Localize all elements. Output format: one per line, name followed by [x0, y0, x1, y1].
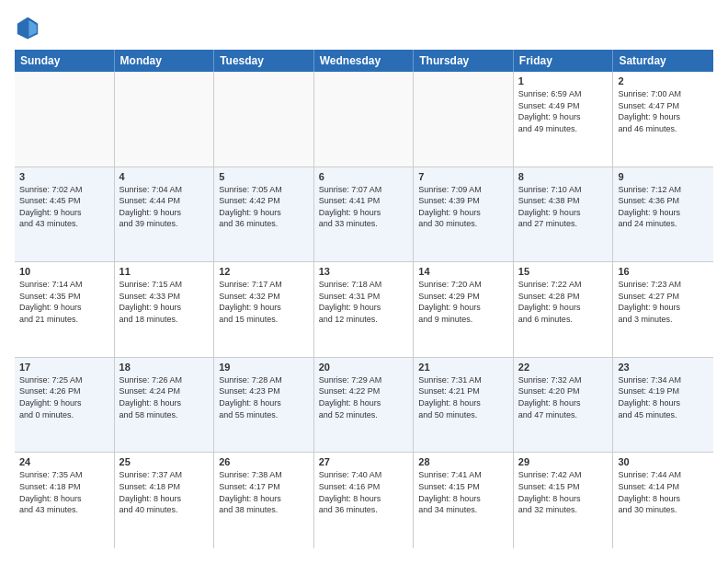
day-cell-22: 22Sunrise: 7:32 AM Sunset: 4:20 PM Dayli… [514, 358, 614, 453]
day-cell-23: 23Sunrise: 7:34 AM Sunset: 4:19 PM Dayli… [613, 358, 713, 453]
week-row-2: 3Sunrise: 7:02 AM Sunset: 4:45 PM Daylig… [15, 167, 713, 263]
day-number: 28 [418, 456, 508, 467]
day-cell-25: 25Sunrise: 7:37 AM Sunset: 4:18 PM Dayli… [115, 453, 215, 548]
day-info: Sunrise: 7:09 AM Sunset: 4:39 PM Dayligh… [418, 184, 508, 230]
day-cell-16: 16Sunrise: 7:23 AM Sunset: 4:27 PM Dayli… [613, 262, 713, 357]
empty-cell [414, 72, 514, 167]
day-number: 15 [518, 266, 609, 277]
day-info: Sunrise: 7:26 AM Sunset: 4:24 PM Dayligh… [119, 374, 210, 420]
logo-icon [15, 15, 40, 40]
page: SundayMondayTuesdayWednesdayThursdayFrid… [0, 0, 728, 563]
day-number: 9 [618, 171, 709, 182]
day-number: 8 [518, 171, 609, 182]
day-info: Sunrise: 7:22 AM Sunset: 4:28 PM Dayligh… [518, 279, 609, 325]
day-cell-10: 10Sunrise: 7:14 AM Sunset: 4:35 PM Dayli… [15, 262, 115, 357]
day-cell-21: 21Sunrise: 7:31 AM Sunset: 4:21 PM Dayli… [414, 358, 514, 453]
day-info: Sunrise: 7:29 AM Sunset: 4:22 PM Dayligh… [319, 374, 409, 420]
day-info: Sunrise: 7:23 AM Sunset: 4:27 PM Dayligh… [618, 279, 709, 325]
day-cell-13: 13Sunrise: 7:18 AM Sunset: 4:31 PM Dayli… [314, 262, 415, 357]
day-number: 1 [518, 75, 609, 86]
day-cell-3: 3Sunrise: 7:02 AM Sunset: 4:45 PM Daylig… [15, 167, 115, 262]
day-number: 20 [319, 362, 409, 373]
day-number: 12 [219, 266, 309, 277]
day-info: Sunrise: 7:05 AM Sunset: 4:42 PM Dayligh… [219, 184, 309, 230]
day-cell-28: 28Sunrise: 7:41 AM Sunset: 4:15 PM Dayli… [414, 453, 514, 548]
day-cell-29: 29Sunrise: 7:42 AM Sunset: 4:15 PM Dayli… [514, 453, 614, 548]
day-number: 17 [19, 362, 109, 373]
day-info: Sunrise: 7:14 AM Sunset: 4:35 PM Dayligh… [19, 279, 109, 325]
header-day-saturday: Saturday [613, 50, 713, 72]
day-cell-8: 8Sunrise: 7:10 AM Sunset: 4:38 PM Daylig… [514, 167, 614, 262]
day-info: Sunrise: 6:59 AM Sunset: 4:49 PM Dayligh… [518, 88, 609, 134]
day-cell-6: 6Sunrise: 7:07 AM Sunset: 4:41 PM Daylig… [314, 167, 415, 262]
day-number: 26 [219, 456, 309, 467]
day-cell-18: 18Sunrise: 7:26 AM Sunset: 4:24 PM Dayli… [115, 358, 215, 453]
day-info: Sunrise: 7:37 AM Sunset: 4:18 PM Dayligh… [119, 469, 210, 515]
day-number: 3 [19, 171, 109, 182]
day-number: 14 [418, 266, 508, 277]
day-info: Sunrise: 7:40 AM Sunset: 4:16 PM Dayligh… [319, 469, 409, 515]
day-cell-26: 26Sunrise: 7:38 AM Sunset: 4:17 PM Dayli… [214, 453, 314, 548]
day-number: 11 [119, 266, 210, 277]
day-info: Sunrise: 7:17 AM Sunset: 4:32 PM Dayligh… [219, 279, 309, 325]
day-info: Sunrise: 7:15 AM Sunset: 4:33 PM Dayligh… [119, 279, 210, 325]
day-info: Sunrise: 7:02 AM Sunset: 4:45 PM Dayligh… [19, 184, 109, 230]
day-info: Sunrise: 7:25 AM Sunset: 4:26 PM Dayligh… [19, 374, 109, 420]
day-info: Sunrise: 7:20 AM Sunset: 4:29 PM Dayligh… [418, 279, 508, 325]
logo [15, 15, 44, 40]
day-cell-15: 15Sunrise: 7:22 AM Sunset: 4:28 PM Dayli… [514, 262, 614, 357]
day-number: 23 [618, 362, 709, 373]
day-number: 22 [518, 362, 609, 373]
day-info: Sunrise: 7:32 AM Sunset: 4:20 PM Dayligh… [518, 374, 609, 420]
day-number: 13 [319, 266, 409, 277]
day-cell-9: 9Sunrise: 7:12 AM Sunset: 4:36 PM Daylig… [613, 167, 713, 262]
calendar: SundayMondayTuesdayWednesdayThursdayFrid… [15, 50, 713, 548]
day-info: Sunrise: 7:35 AM Sunset: 4:18 PM Dayligh… [19, 469, 109, 515]
header-day-tuesday: Tuesday [214, 50, 314, 72]
day-number: 29 [518, 456, 609, 467]
day-cell-20: 20Sunrise: 7:29 AM Sunset: 4:22 PM Dayli… [314, 358, 415, 453]
day-number: 18 [119, 362, 210, 373]
empty-cell [15, 72, 115, 167]
day-cell-14: 14Sunrise: 7:20 AM Sunset: 4:29 PM Dayli… [414, 262, 514, 357]
day-info: Sunrise: 7:04 AM Sunset: 4:44 PM Dayligh… [119, 184, 210, 230]
header-day-monday: Monday [115, 50, 215, 72]
day-number: 19 [219, 362, 309, 373]
day-info: Sunrise: 7:07 AM Sunset: 4:41 PM Dayligh… [319, 184, 409, 230]
day-number: 30 [618, 456, 709, 467]
day-cell-17: 17Sunrise: 7:25 AM Sunset: 4:26 PM Dayli… [15, 358, 115, 453]
day-info: Sunrise: 7:44 AM Sunset: 4:14 PM Dayligh… [618, 469, 709, 515]
day-number: 7 [418, 171, 508, 182]
day-info: Sunrise: 7:31 AM Sunset: 4:21 PM Dayligh… [418, 374, 508, 420]
day-number: 4 [119, 171, 210, 182]
day-number: 5 [219, 171, 309, 182]
empty-cell [214, 72, 314, 167]
day-number: 25 [119, 456, 210, 467]
day-number: 16 [618, 266, 709, 277]
empty-cell [115, 72, 215, 167]
day-cell-7: 7Sunrise: 7:09 AM Sunset: 4:39 PM Daylig… [414, 167, 514, 262]
header-day-thursday: Thursday [414, 50, 514, 72]
week-row-5: 24Sunrise: 7:35 AM Sunset: 4:18 PM Dayli… [15, 453, 713, 548]
empty-cell [314, 72, 415, 167]
day-cell-19: 19Sunrise: 7:28 AM Sunset: 4:23 PM Dayli… [214, 358, 314, 453]
day-number: 6 [319, 171, 409, 182]
calendar-body: 1Sunrise: 6:59 AM Sunset: 4:49 PM Daylig… [15, 72, 713, 548]
day-number: 21 [418, 362, 508, 373]
day-info: Sunrise: 7:12 AM Sunset: 4:36 PM Dayligh… [618, 184, 709, 230]
day-info: Sunrise: 7:28 AM Sunset: 4:23 PM Dayligh… [219, 374, 309, 420]
day-cell-12: 12Sunrise: 7:17 AM Sunset: 4:32 PM Dayli… [214, 262, 314, 357]
day-cell-24: 24Sunrise: 7:35 AM Sunset: 4:18 PM Dayli… [15, 453, 115, 548]
day-info: Sunrise: 7:18 AM Sunset: 4:31 PM Dayligh… [319, 279, 409, 325]
day-number: 10 [19, 266, 109, 277]
day-info: Sunrise: 7:34 AM Sunset: 4:19 PM Dayligh… [618, 374, 709, 420]
week-row-4: 17Sunrise: 7:25 AM Sunset: 4:26 PM Dayli… [15, 358, 713, 454]
day-number: 24 [19, 456, 109, 467]
header-day-friday: Friday [514, 50, 614, 72]
day-number: 27 [319, 456, 409, 467]
day-info: Sunrise: 7:42 AM Sunset: 4:15 PM Dayligh… [518, 469, 609, 515]
calendar-header: SundayMondayTuesdayWednesdayThursdayFrid… [15, 50, 713, 72]
day-cell-11: 11Sunrise: 7:15 AM Sunset: 4:33 PM Dayli… [115, 262, 215, 357]
day-info: Sunrise: 7:10 AM Sunset: 4:38 PM Dayligh… [518, 184, 609, 230]
week-row-1: 1Sunrise: 6:59 AM Sunset: 4:49 PM Daylig… [15, 72, 713, 167]
